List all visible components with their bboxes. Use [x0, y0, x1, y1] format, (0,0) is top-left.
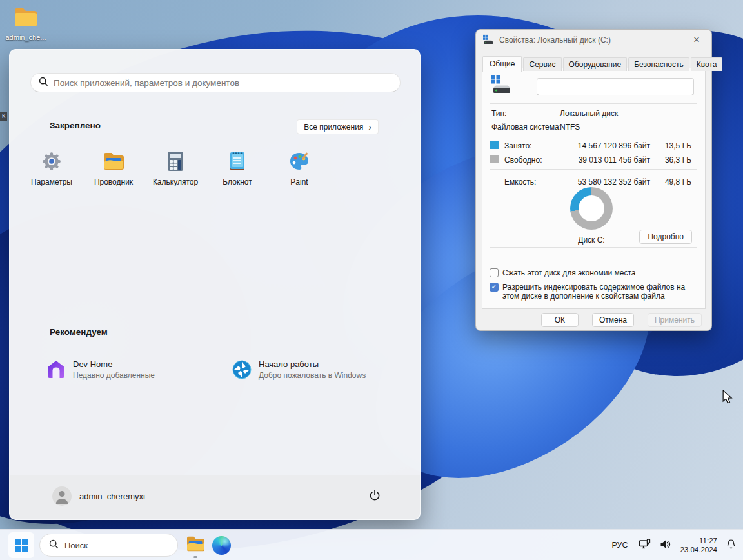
- disk-properties-dialog: Свойства: Локальный диск (C:) × Общие Се…: [475, 29, 712, 331]
- pinned-section-header: Закреплено: [50, 121, 101, 130]
- free-label: Свободно:: [504, 155, 542, 165]
- user-profile-button[interactable]: admin_cheremyxi: [52, 486, 145, 506]
- notification-bell-icon[interactable]: [726, 539, 737, 552]
- capacity-label: Емкость:: [504, 177, 536, 186]
- compress-checkbox[interactable]: Сжать этот диск для экономии места: [490, 268, 635, 277]
- edge-browser-icon: [212, 536, 231, 555]
- taskbar-search[interactable]: Поиск: [39, 534, 178, 557]
- used-size: 13,5 ГБ: [653, 141, 691, 150]
- recommended-item-get-started[interactable]: Начало работы Добро пожаловать в Windows: [232, 352, 366, 388]
- type-label: Тип:: [491, 109, 506, 118]
- avatar: [52, 486, 72, 506]
- pinned-apps-grid: Параметры Проводник: [21, 141, 330, 197]
- drive-icon: [482, 34, 494, 46]
- desktop-screen: admin_che... К Закреплено Все приложения…: [0, 0, 743, 560]
- ok-button[interactable]: ОК: [541, 313, 579, 327]
- free-size: 36,3 ГБ: [653, 155, 691, 165]
- get-started-icon: [232, 359, 252, 380]
- free-legend-swatch: [490, 155, 499, 163]
- network-icon[interactable]: [639, 539, 651, 552]
- cancel-button[interactable]: Отмена: [592, 313, 634, 327]
- volume-icon[interactable]: [660, 539, 671, 552]
- power-icon: [368, 489, 381, 505]
- used-bytes: 14 567 120 896 байт: [560, 141, 650, 150]
- capacity-size: 49,8 ГБ: [653, 177, 691, 186]
- taskbar-edge[interactable]: [212, 535, 231, 555]
- file-explorer-icon: [186, 535, 205, 555]
- calculator-icon: [164, 150, 186, 172]
- tray-time: 11:27: [680, 536, 717, 545]
- tab-hardware[interactable]: Оборудование: [563, 57, 628, 71]
- start-menu-panel: Закреплено Все приложения ›: [9, 49, 421, 520]
- dialog-title: Свойства: Локальный диск (C:): [499, 35, 611, 45]
- taskbar-file-explorer[interactable]: [186, 535, 205, 555]
- folder-icon: [13, 19, 39, 30]
- system-tray: РУС 11:27 23.04.2024: [609, 530, 737, 560]
- disk-caption: Диск C:: [559, 235, 624, 245]
- windows-logo-icon: [15, 539, 28, 552]
- clock[interactable]: 11:27 23.04.2024: [680, 536, 717, 554]
- tab-general[interactable]: Общие: [482, 56, 522, 72]
- start-menu-user-bar: admin_cheremyxi: [10, 475, 420, 519]
- recommended-item-dev-home[interactable]: Dev Home Недавно добавленные: [46, 352, 155, 388]
- details-button[interactable]: Подробно: [639, 230, 692, 244]
- index-checkbox[interactable]: Разрешить индексировать содержимое файло…: [490, 283, 696, 301]
- tab-security[interactable]: Безопасность: [628, 57, 689, 71]
- filesystem-label: Файловая система:: [491, 123, 561, 132]
- close-icon[interactable]: ×: [687, 32, 706, 48]
- pinned-app-calculator[interactable]: Калькулятор: [144, 141, 206, 197]
- taskbar-search-label: Поиск: [64, 541, 88, 550]
- general-tab-page: Тип: Локальный диск Файловая система: NT…: [482, 68, 706, 309]
- separator: [490, 103, 697, 104]
- partial-desktop-icon-label: К: [0, 112, 7, 121]
- recommended-section-header: Рекомендуем: [50, 327, 108, 337]
- desktop-folder-admin[interactable]: admin_che...: [3, 6, 49, 41]
- chevron-right-icon: ›: [368, 123, 372, 132]
- start-button[interactable]: [8, 532, 34, 558]
- file-explorer-icon: [103, 150, 124, 172]
- dialog-footer: ОК Отмена Применить: [541, 313, 702, 327]
- filesystem-value: NTFS: [560, 123, 580, 132]
- user-name: admin_cheremyxi: [79, 492, 145, 501]
- capacity-bytes: 53 580 132 352 байт: [560, 177, 650, 186]
- mouse-cursor: [721, 390, 733, 406]
- paint-palette-icon: [288, 150, 310, 172]
- used-label: Занято:: [504, 141, 531, 150]
- volume-label-input[interactable]: [537, 78, 694, 95]
- desktop-folder-label: admin_che...: [3, 34, 49, 41]
- drive-icon-large: [490, 74, 512, 97]
- notepad-icon: [226, 150, 248, 172]
- dialog-titlebar: Свойства: Локальный диск (C:) ×: [476, 30, 711, 50]
- all-apps-button[interactable]: Все приложения ›: [297, 119, 379, 134]
- pinned-app-notepad[interactable]: Блокнот: [206, 141, 268, 197]
- start-search-box[interactable]: [30, 73, 401, 92]
- dev-home-icon: [46, 359, 66, 380]
- apply-button[interactable]: Применить: [648, 313, 702, 327]
- separator: [490, 135, 697, 135]
- donut-hole: [579, 195, 604, 221]
- start-search-input[interactable]: [54, 78, 392, 88]
- language-indicator[interactable]: РУС: [609, 541, 630, 550]
- power-button[interactable]: [367, 489, 382, 505]
- search-icon: [49, 539, 59, 551]
- pinned-app-settings[interactable]: Параметры: [21, 141, 83, 197]
- type-value: Локальный диск: [560, 109, 618, 118]
- checkbox-icon: [490, 268, 499, 277]
- taskbar: Поиск РУС: [0, 529, 743, 560]
- running-indicator: [193, 556, 197, 558]
- free-bytes: 39 013 011 456 байт: [560, 155, 650, 165]
- checkbox-checked-icon: [490, 283, 499, 292]
- pinned-app-explorer[interactable]: Проводник: [83, 141, 144, 197]
- tab-tools[interactable]: Сервис: [523, 57, 561, 71]
- settings-gear-icon: [41, 150, 63, 172]
- separator: [490, 169, 697, 170]
- search-icon: [39, 77, 48, 89]
- separator: [490, 247, 697, 248]
- disk-usage-donut: [570, 187, 613, 230]
- pinned-app-paint[interactable]: Paint: [268, 141, 330, 197]
- tab-quota[interactable]: Квота: [691, 57, 723, 71]
- tray-date: 23.04.2024: [680, 545, 717, 554]
- used-legend-swatch: [490, 141, 499, 149]
- dialog-tab-strip: Общие Сервис Оборудование Безопасность К…: [482, 56, 724, 71]
